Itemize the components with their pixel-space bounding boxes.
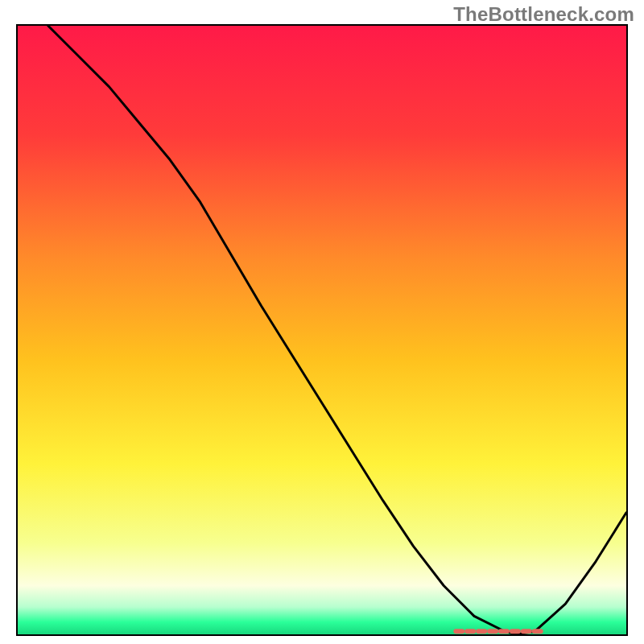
chart-svg <box>18 26 626 634</box>
chart-container: TheBottleneck.com <box>0 0 644 644</box>
plot-area <box>16 24 628 636</box>
watermark-text: TheBottleneck.com <box>453 3 634 26</box>
heat-background <box>18 26 626 634</box>
